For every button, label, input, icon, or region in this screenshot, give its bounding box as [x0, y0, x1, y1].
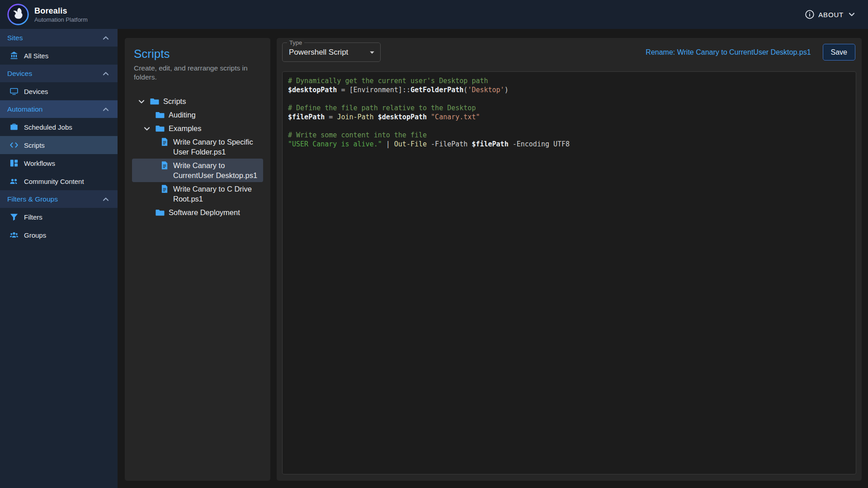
code-line: # Define the file path relative to the D…: [288, 103, 850, 113]
code-line: [288, 94, 850, 103]
section-label: Filters & Groups: [7, 195, 58, 203]
chevron-up-icon: [101, 69, 110, 78]
sidebar-item-label: Scheduled Jobs: [24, 123, 72, 131]
borealis-logo-icon: [7, 4, 29, 25]
tree-item-label: Scripts: [163, 96, 186, 106]
folder-icon: [156, 208, 165, 217]
sidebar-item-label: Community Content: [24, 178, 84, 185]
groups-icon: [9, 230, 19, 239]
sidebar-item-devices[interactable]: Devices: [0, 82, 118, 100]
devices-icon: [9, 87, 19, 96]
script-type-select[interactable]: Type Powershell Script: [282, 42, 381, 62]
sidebar-item-label: Workflows: [24, 160, 55, 167]
tree-file-write-canary-to-specific-user-folder-ps1[interactable]: Write Canary to Specific User Folder.ps1: [132, 135, 263, 159]
section-label: Devices: [7, 70, 32, 78]
app-titles: Borealis Automation Platform: [34, 6, 88, 23]
chevron-down-icon: [847, 10, 856, 19]
about-label: ABOUT: [818, 11, 844, 19]
scripts-panel-title: Scripts: [134, 47, 261, 61]
sidebar-section-sites[interactable]: Sites: [0, 29, 118, 47]
tree-folder-auditing[interactable]: Auditing: [132, 108, 263, 122]
dropdown-arrow-icon: [368, 48, 377, 57]
info-icon: [805, 9, 815, 19]
sidebar-item-community-content[interactable]: Community Content: [0, 172, 118, 190]
all-sites-icon: [9, 51, 19, 60]
chevron-up-icon: [101, 195, 110, 204]
sidebar-item-scheduled-jobs[interactable]: Scheduled Jobs: [0, 118, 118, 136]
sidebar-item-all-sites[interactable]: All Sites: [0, 47, 118, 65]
scheduled-jobs-icon: [9, 122, 19, 131]
tree-item-label: Software Deployment: [169, 207, 240, 217]
tree-item-label: Examples: [169, 123, 201, 133]
workflows-icon: [9, 159, 19, 168]
sidebar: SitesAll SitesDevicesDevicesAutomationSc…: [0, 29, 118, 488]
sidebar-item-workflows[interactable]: Workflows: [0, 154, 118, 172]
folder-icon: [156, 110, 165, 119]
sidebar-item-scripts[interactable]: Scripts: [0, 136, 118, 154]
code-line: $filePath = Join-Path $desktopPath "Cana…: [288, 113, 850, 122]
rename-link[interactable]: Rename: Write Canary to CurrentUser Desk…: [646, 48, 811, 56]
editor-header-actions: Rename: Write Canary to CurrentUser Desk…: [646, 44, 855, 61]
file-icon: [160, 137, 169, 146]
code-line: # Dynamically get the current user's Des…: [288, 76, 850, 85]
file-icon: [160, 161, 169, 170]
sidebar-item-label: Scripts: [24, 141, 45, 149]
tree-folder-scripts[interactable]: Scripts: [132, 94, 263, 108]
file-icon: [160, 184, 169, 193]
code-line: [288, 122, 850, 131]
sidebar-section-devices[interactable]: Devices: [0, 65, 118, 82]
code-line: $desktopPath = [Environment]::GetFolderP…: [288, 85, 850, 94]
app-subtitle: Automation Platform: [34, 16, 88, 23]
community-content-icon: [9, 177, 19, 186]
editor-panel: Type Powershell Script Rename: Write Can…: [277, 38, 862, 481]
folder-icon: [156, 124, 165, 133]
code-line: # Write some content into the file: [288, 131, 850, 140]
save-button[interactable]: Save: [823, 44, 855, 61]
script-tree: ScriptsAuditingExamplesWrite Canary to S…: [125, 94, 270, 219]
about-menu[interactable]: ABOUT: [805, 9, 856, 19]
scripts-icon: [9, 141, 19, 150]
main-content: Scripts Create, edit, and rearrange scri…: [118, 29, 868, 488]
type-select-value: Powershell Script: [289, 43, 348, 61]
tree-file-write-canary-to-currentuser-desktop-ps1[interactable]: Write Canary to CurrentUser Desktop.ps1: [132, 159, 263, 182]
sidebar-section-automation[interactable]: Automation: [0, 100, 118, 118]
code-line: "USER Canary is alive." | Out-File -File…: [288, 140, 850, 149]
tree-folder-examples[interactable]: Examples: [132, 122, 263, 135]
sidebar-item-label: Filters: [24, 213, 42, 221]
app-title: Borealis: [34, 6, 88, 16]
tree-item-label: Write Canary to CurrentUser Desktop.ps1: [173, 160, 259, 180]
section-label: Sites: [7, 34, 23, 42]
sidebar-item-groups[interactable]: Groups: [0, 226, 118, 244]
sidebar-item-label: Groups: [24, 231, 46, 239]
folder-icon: [150, 97, 159, 106]
tree-item-label: Auditing: [169, 110, 196, 120]
chevron-down-icon: [137, 97, 146, 106]
sidebar-item-label: All Sites: [24, 52, 48, 60]
section-label: Automation: [7, 105, 42, 113]
sidebar-section-filters-groups[interactable]: Filters & Groups: [0, 190, 118, 208]
tree-item-label: Write Canary to C Drive Root.ps1: [173, 184, 259, 204]
chevron-up-icon: [101, 105, 110, 114]
sidebar-item-label: Devices: [24, 88, 48, 95]
code-editor[interactable]: # Dynamically get the current user's Des…: [282, 71, 856, 474]
top-bar: Borealis Automation Platform ABOUT: [0, 0, 868, 29]
tree-folder-software-deployment[interactable]: Software Deployment: [132, 206, 263, 219]
chevron-up-icon: [101, 33, 110, 42]
filters-icon: [9, 212, 19, 221]
scripts-panel: Scripts Create, edit, and rearrange scri…: [125, 38, 270, 481]
sidebar-item-filters[interactable]: Filters: [0, 208, 118, 226]
tree-file-write-canary-to-c-drive-root-ps1[interactable]: Write Canary to C Drive Root.ps1: [132, 182, 263, 206]
chevron-down-icon: [142, 124, 151, 133]
tree-item-label: Write Canary to Specific User Folder.ps1: [173, 137, 259, 157]
scripts-panel-subtitle: Create, edit, and rearrange scripts in f…: [134, 64, 261, 82]
